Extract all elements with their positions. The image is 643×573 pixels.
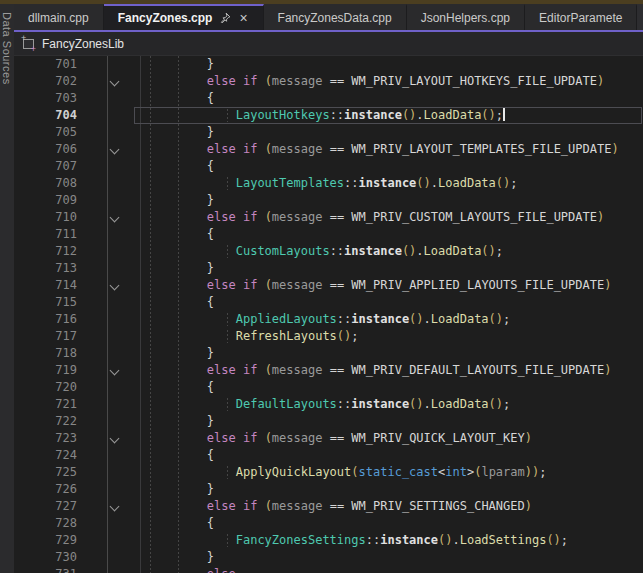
data-sources-tool-tab[interactable]: Data Sources bbox=[0, 4, 14, 573]
fold-chevron-icon[interactable] bbox=[110, 502, 120, 512]
line-number[interactable]: 714 bbox=[14, 277, 77, 294]
code-line[interactable]: 724 { bbox=[14, 447, 643, 464]
code-line[interactable]: 720 { bbox=[14, 379, 643, 396]
line-number[interactable]: 704 bbox=[14, 107, 77, 124]
code-line[interactable]: 702 else if (message == WM_PRIV_LAYOUT_H… bbox=[14, 73, 643, 90]
line-number[interactable]: 725 bbox=[14, 464, 77, 481]
line-number[interactable]: 719 bbox=[14, 362, 77, 379]
code-text: } bbox=[149, 260, 214, 277]
code-line[interactable]: 714 else if (message == WM_PRIV_APPLIED_… bbox=[14, 277, 643, 294]
code-text: { bbox=[149, 226, 214, 243]
line-number[interactable]: 729 bbox=[14, 532, 77, 549]
code-line[interactable]: 727 else if (message == WM_PRIV_SETTINGS… bbox=[14, 498, 643, 515]
line-number[interactable]: 726 bbox=[14, 481, 77, 498]
line-number[interactable]: 707 bbox=[14, 158, 77, 175]
code-text: else if (message == WM_PRIV_LAYOUT_TEMPL… bbox=[149, 141, 619, 158]
tab-fancyzonesdata-cpp[interactable]: FancyZonesData.cpp bbox=[264, 4, 407, 30]
tab-jsonhelpers-cpp[interactable]: JsonHelpers.cpp bbox=[407, 4, 525, 30]
code-line[interactable]: 704 LayoutHotkeys::instance().LoadData()… bbox=[14, 107, 643, 124]
line-number[interactable]: 724 bbox=[14, 447, 77, 464]
line-number[interactable]: 701 bbox=[14, 56, 77, 73]
code-line[interactable]: 706 else if (message == WM_PRIV_LAYOUT_T… bbox=[14, 141, 643, 158]
code-line[interactable]: 721 DefaultLayouts::instance().LoadData(… bbox=[14, 396, 643, 413]
code-line[interactable]: 710 else if (message == WM_PRIV_CUSTOM_L… bbox=[14, 209, 643, 226]
code-line[interactable]: 703 { bbox=[14, 90, 643, 107]
code-line[interactable]: 729 FancyZonesSettings::instance().LoadS… bbox=[14, 532, 643, 549]
close-icon[interactable]: × bbox=[238, 11, 248, 25]
code-token: ( bbox=[265, 431, 272, 445]
code-line[interactable]: 725 ApplyQuickLayout(static_cast<int>(lp… bbox=[14, 464, 643, 481]
fold-chevron-icon[interactable] bbox=[110, 434, 120, 444]
code-token: message bbox=[272, 363, 323, 377]
fold-chevron-icon[interactable] bbox=[110, 570, 120, 573]
code-token bbox=[257, 499, 264, 513]
code-line[interactable]: 718 } bbox=[14, 345, 643, 362]
line-number[interactable]: 713 bbox=[14, 260, 77, 277]
line-number[interactable]: 721 bbox=[14, 396, 77, 413]
line-number[interactable]: 728 bbox=[14, 515, 77, 532]
line-number[interactable]: 706 bbox=[14, 141, 77, 158]
code-text: { bbox=[149, 294, 214, 311]
code-line[interactable]: 716 AppliedLayouts::instance().LoadData(… bbox=[14, 311, 643, 328]
code-line[interactable]: 728 { bbox=[14, 515, 643, 532]
code-line[interactable]: 701 } bbox=[14, 56, 643, 73]
line-number[interactable]: 730 bbox=[14, 549, 77, 566]
tab-fancyzones-cpp[interactable]: FancyZones.cpp× bbox=[104, 4, 264, 30]
breadcrumb-project-name[interactable]: FancyZonesLib bbox=[42, 37, 124, 51]
code-line[interactable]: 722 } bbox=[14, 413, 643, 430]
tab-dllmain-cpp[interactable]: dllmain.cpp bbox=[14, 4, 104, 30]
line-number[interactable]: 712 bbox=[14, 243, 77, 260]
code-token: WM_PRIV_LAYOUT_TEMPLATES_FILE_UPDATE bbox=[351, 142, 611, 156]
line-number[interactable]: 709 bbox=[14, 192, 77, 209]
line-number[interactable]: 717 bbox=[14, 328, 77, 345]
code-token: WM_PRIV_SETTINGS_CHANGED bbox=[351, 499, 524, 513]
code-line[interactable]: 707 { bbox=[14, 158, 643, 175]
code-text: else if (message == WM_PRIV_DEFAULT_LAYO… bbox=[149, 362, 611, 379]
line-number[interactable]: 716 bbox=[14, 311, 77, 328]
code-line[interactable]: 715 { bbox=[14, 294, 643, 311]
code-line[interactable]: 717 RefreshLayouts(); bbox=[14, 328, 643, 345]
line-number[interactable]: 731 bbox=[14, 566, 77, 573]
code-line[interactable]: 711 { bbox=[14, 226, 643, 243]
line-number[interactable]: 711 bbox=[14, 226, 77, 243]
line-number[interactable]: 722 bbox=[14, 413, 77, 430]
line-number[interactable]: 718 bbox=[14, 345, 77, 362]
line-number[interactable]: 727 bbox=[14, 498, 77, 515]
code-token: ) bbox=[597, 210, 604, 224]
code-line[interactable]: 708 LayoutTemplates::instance().LoadData… bbox=[14, 175, 643, 192]
fold-chevron-icon[interactable] bbox=[110, 366, 120, 376]
tab-label: EditorParamete bbox=[539, 11, 622, 25]
line-number[interactable]: 702 bbox=[14, 73, 77, 90]
code-line[interactable]: 731 else bbox=[14, 566, 643, 573]
code-token: else bbox=[207, 363, 236, 377]
code-line[interactable]: 723 else if (message == WM_PRIV_QUICK_LA… bbox=[14, 430, 643, 447]
tab-editorparamete[interactable]: EditorParamete bbox=[525, 4, 637, 30]
fold-chevron-icon[interactable] bbox=[110, 213, 120, 223]
code-token bbox=[257, 363, 264, 377]
code-line[interactable]: 705 } bbox=[14, 124, 643, 141]
line-number[interactable]: 715 bbox=[14, 294, 77, 311]
code-line[interactable]: 730 } bbox=[14, 549, 643, 566]
code-line[interactable]: 712 CustomLayouts::instance().LoadData()… bbox=[14, 243, 643, 260]
pin-icon[interactable] bbox=[219, 12, 231, 24]
code-token: if bbox=[243, 499, 257, 513]
code-line[interactable]: 709 } bbox=[14, 192, 643, 209]
line-number[interactable]: 723 bbox=[14, 430, 77, 447]
code-editor[interactable]: 701 }702 else if (message == WM_PRIV_LAY… bbox=[14, 56, 643, 573]
code-token: DefaultLayouts bbox=[236, 397, 337, 411]
code-token bbox=[257, 74, 264, 88]
code-line[interactable]: 713 } bbox=[14, 260, 643, 277]
line-number[interactable]: 710 bbox=[14, 209, 77, 226]
line-number[interactable]: 705 bbox=[14, 124, 77, 141]
line-number[interactable]: 708 bbox=[14, 175, 77, 192]
code-token bbox=[149, 567, 207, 573]
line-number[interactable]: 703 bbox=[14, 90, 77, 107]
fold-chevron-icon[interactable] bbox=[110, 145, 120, 155]
code-token: instance bbox=[344, 108, 402, 122]
code-line[interactable]: 719 else if (message == WM_PRIV_DEFAULT_… bbox=[14, 362, 643, 379]
code-token: () bbox=[438, 533, 452, 547]
code-line[interactable]: 726 } bbox=[14, 481, 643, 498]
fold-chevron-icon[interactable] bbox=[110, 77, 120, 87]
fold-chevron-icon[interactable] bbox=[110, 281, 120, 291]
line-number[interactable]: 720 bbox=[14, 379, 77, 396]
